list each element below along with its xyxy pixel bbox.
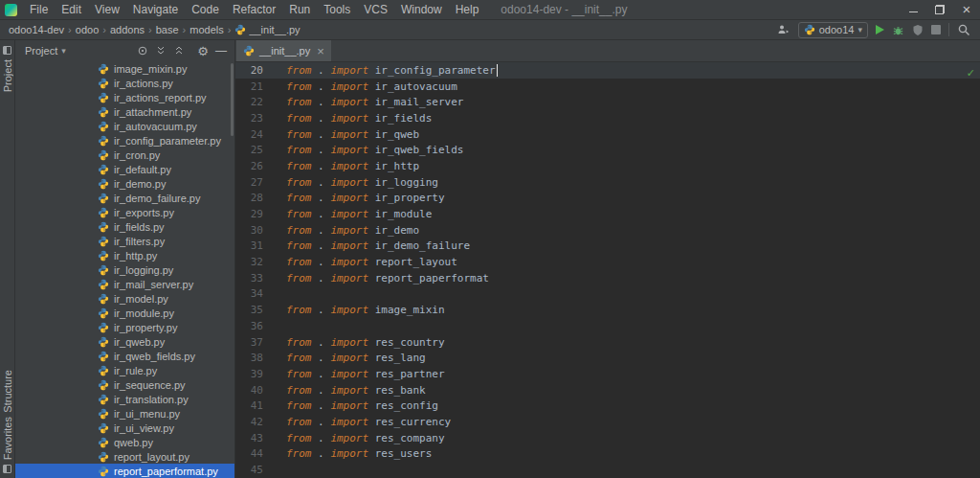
- breadcrumb-item[interactable]: odoo: [75, 24, 100, 35]
- inspections-ok-icon[interactable]: ✓: [967, 67, 975, 80]
- tree-item-ir_config_parameter.py[interactable]: ir_config_parameter.py: [15, 133, 234, 148]
- tool-button-structure[interactable]: Structure: [0, 370, 14, 413]
- menu-code[interactable]: Code: [185, 0, 226, 20]
- tree-item-ir_cron.py[interactable]: ir_cron.py: [15, 148, 234, 162]
- code-line-35[interactable]: 35from . import image_mixin: [235, 302, 980, 318]
- menu-view[interactable]: View: [88, 0, 126, 20]
- code-line-37[interactable]: 37from . import res_country: [235, 334, 980, 351]
- menu-vcs[interactable]: VCS: [357, 0, 394, 20]
- run-with-coverage-button[interactable]: [912, 24, 924, 36]
- code-line-28[interactable]: 28from . import ir_property: [235, 191, 980, 207]
- breadcrumb-item[interactable]: addons: [109, 24, 145, 35]
- tab-init-py[interactable]: __init__.py ×: [236, 40, 331, 61]
- code-line-32[interactable]: 32from . import report_layout: [235, 254, 980, 270]
- code-line-36[interactable]: 36: [235, 318, 980, 334]
- tree-item-ir_qweb.py[interactable]: ir_qweb.py: [15, 334, 234, 349]
- tree-item-ir_property.py[interactable]: ir_property.py: [15, 320, 234, 334]
- run-configuration-select[interactable]: odoo14 ▾: [798, 22, 868, 38]
- chevron-down-icon[interactable]: ▾: [61, 47, 66, 56]
- menu-window[interactable]: Window: [394, 0, 449, 20]
- menu-run[interactable]: Run: [282, 0, 317, 20]
- code-line-31[interactable]: 31from . import ir_demo_failure: [235, 239, 980, 255]
- tree-item-ir_translation.py[interactable]: ir_translation.py: [15, 392, 234, 406]
- close-button[interactable]: ×: [953, 0, 980, 19]
- tree-item-ir_actions.py[interactable]: ir_actions.py: [15, 76, 234, 90]
- code-line-25[interactable]: 25from . import ir_qweb_fields: [235, 142, 980, 158]
- code-line-42[interactable]: 42from . import res_currency: [235, 414, 980, 430]
- tree-item-ir_exports.py[interactable]: ir_exports.py: [15, 205, 234, 219]
- code-line-24[interactable]: 24from . import ir_qweb: [235, 126, 980, 143]
- breadcrumb-item[interactable]: models: [189, 24, 224, 35]
- code-line-20[interactable]: 20from . import ir_config_parameter: [235, 62, 980, 79]
- tool-button-favorites[interactable]: Favorites: [0, 417, 14, 473]
- tree-item-ir_qweb_fields.py[interactable]: ir_qweb_fields.py: [15, 349, 234, 363]
- tree-item-ir_module.py[interactable]: ir_module.py: [15, 306, 234, 320]
- code-with-me-icon[interactable]: [777, 23, 791, 36]
- tree-item-ir_ui_view.py[interactable]: ir_ui_view.py: [15, 421, 234, 435]
- code-line-39[interactable]: 39from . import res_partner: [235, 366, 980, 382]
- tree-item-ir_sequence.py[interactable]: ir_sequence.py: [15, 377, 234, 392]
- code-line-44[interactable]: 44from . import res_users: [235, 446, 980, 463]
- tree-item-ir_fields.py[interactable]: ir_fields.py: [15, 219, 234, 234]
- collapse-all-button[interactable]: [173, 45, 185, 57]
- tree-item-ir_http.py[interactable]: ir_http.py: [15, 248, 234, 262]
- tab-close-icon[interactable]: ×: [317, 45, 324, 57]
- tree-item-ir_filters.py[interactable]: ir_filters.py: [15, 234, 234, 248]
- menu-refactor[interactable]: Refactor: [226, 0, 282, 20]
- menu-file[interactable]: File: [23, 0, 55, 20]
- tree-item-ir_rule.py[interactable]: ir_rule.py: [15, 363, 234, 377]
- run-button[interactable]: [876, 25, 884, 34]
- menu-tools[interactable]: Tools: [317, 0, 357, 20]
- tree-item-ir_demo_failure.py[interactable]: ir_demo_failure.py: [15, 191, 234, 205]
- tree-item-ir_logging.py[interactable]: ir_logging.py: [15, 262, 234, 277]
- code-line-33[interactable]: 33from . import report_paperformat: [235, 270, 980, 286]
- menu-navigate[interactable]: Navigate: [126, 0, 185, 20]
- expand-all-button[interactable]: [155, 45, 167, 57]
- minimize-button[interactable]: [900, 0, 926, 19]
- tree-item-ir_attachment.py[interactable]: ir_attachment.py: [15, 104, 234, 119]
- code-line-21[interactable]: 21from . import ir_autovacuum: [235, 79, 980, 95]
- tree-item-ir_ui_menu.py[interactable]: ir_ui_menu.py: [15, 406, 234, 421]
- tree-item-ir_autovacuum.py[interactable]: ir_autovacuum.py: [15, 119, 234, 133]
- code-text: from . import ir_demo_failure: [286, 239, 470, 252]
- search-everywhere-button[interactable]: [957, 23, 970, 36]
- code-line-45[interactable]: 45: [235, 462, 980, 478]
- code-line-27[interactable]: 27from . import ir_logging: [235, 174, 980, 191]
- tree-item-qweb.py[interactable]: qweb.py: [15, 435, 234, 449]
- stop-button[interactable]: [931, 25, 941, 34]
- settings-button[interactable]: ⚙: [197, 45, 209, 57]
- tree-item-ir_demo.py[interactable]: ir_demo.py: [15, 176, 234, 191]
- tree-item-ir_mail_server.py[interactable]: ir_mail_server.py: [15, 277, 234, 291]
- code-line-43[interactable]: 43from . import res_company: [235, 430, 980, 446]
- left-tool-strip: Project Structure Favorites: [0, 40, 15, 478]
- debug-button[interactable]: [892, 24, 904, 36]
- code-line-38[interactable]: 38from . import res_lang: [235, 350, 980, 366]
- code-line-41[interactable]: 41from . import res_config: [235, 398, 980, 414]
- breadcrumb-item[interactable]: odoo14-dev: [8, 24, 65, 35]
- tree-item-ir_actions_report.py[interactable]: ir_actions_report.py: [15, 90, 234, 104]
- tree-item-ir_default.py[interactable]: ir_default.py: [15, 162, 234, 176]
- code-line-29[interactable]: 29from . import ir_module: [235, 206, 980, 222]
- locate-file-button[interactable]: [137, 45, 148, 57]
- tool-button-project[interactable]: Project: [0, 46, 14, 92]
- project-tree-scrollbar[interactable]: [231, 63, 234, 136]
- breadcrumb-item[interactable]: base: [155, 24, 180, 35]
- project-panel-title[interactable]: Project: [25, 45, 57, 57]
- tree-item-image_mixin.py[interactable]: image_mixin.py: [15, 61, 234, 76]
- breadcrumb-item[interactable]: __init__.py: [234, 24, 301, 35]
- code-line-22[interactable]: 22from . import ir_mail_server: [235, 94, 980, 110]
- menu-edit[interactable]: Edit: [55, 0, 88, 20]
- code-line-34[interactable]: 34: [235, 286, 980, 303]
- code-editor[interactable]: 20from . import ir_config_parameter21fro…: [235, 62, 980, 478]
- restore-button[interactable]: [926, 0, 953, 19]
- tree-item-report_layout.py[interactable]: report_layout.py: [15, 449, 234, 464]
- code-line-26[interactable]: 26from . import ir_http: [235, 158, 980, 174]
- menu-help[interactable]: Help: [449, 0, 486, 20]
- code-line-30[interactable]: 30from . import ir_demo: [235, 222, 980, 239]
- hide-panel-button[interactable]: —: [215, 45, 227, 57]
- tree-item-ir_model.py[interactable]: ir_model.py: [15, 291, 234, 306]
- python-file-icon: [98, 178, 109, 190]
- code-line-40[interactable]: 40from . import res_bank: [235, 382, 980, 398]
- tree-item-report_paperformat.py[interactable]: report_paperformat.py: [15, 464, 234, 478]
- code-line-23[interactable]: 23from . import ir_fields: [235, 110, 980, 126]
